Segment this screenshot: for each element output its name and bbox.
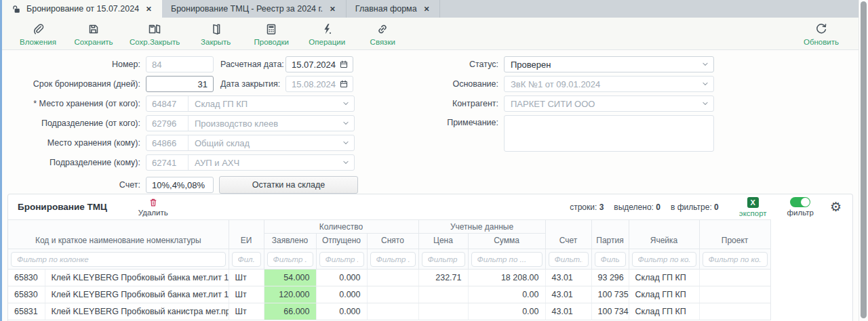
column-header-project[interactable]: Проект [699, 220, 770, 249]
storage-to-select[interactable]: 64866 Общий склад [146, 135, 355, 151]
cell-project[interactable] [699, 286, 770, 303]
filter-input-unit[interactable] [232, 252, 261, 267]
filter-input-cell[interactable] [632, 252, 696, 267]
cell-batch[interactable]: 93 296 [591, 270, 629, 286]
cell-name[interactable]: Клей KLEYBERG Пробковый банка мет.лит 1л… [45, 270, 229, 286]
filter-input-project[interactable] [703, 252, 768, 267]
cell-released[interactable]: 0.000 [316, 270, 367, 286]
calendar-icon[interactable] [339, 60, 349, 69]
cell-price[interactable] [418, 286, 468, 303]
cell-account[interactable]: 43.01 [545, 286, 591, 303]
gear-icon[interactable]: ⚙ [830, 200, 842, 213]
filter-input-requested[interactable] [267, 252, 313, 267]
filter-input-item[interactable] [11, 252, 226, 267]
cell-code[interactable]: 65831 [8, 303, 45, 320]
note-field[interactable] [504, 115, 714, 152]
cell-sum[interactable]: 0.00 [468, 303, 545, 320]
column-header-released[interactable]: Отпущено [316, 234, 367, 249]
cell-cell[interactable]: Склад ГП КП [629, 286, 699, 303]
export-excel-button[interactable]: X экспорт [739, 197, 767, 217]
cell-requested[interactable]: 66.000 [264, 303, 316, 320]
cell-unit[interactable]: Шт [229, 303, 264, 320]
cell-name[interactable]: Клей KLEYBERG Пробковый банка мет.лит 1л… [45, 286, 229, 303]
filter-input-released[interactable] [319, 252, 364, 267]
column-header-requested[interactable]: Заявлено [264, 234, 316, 249]
division-from-select[interactable]: 62796 Производство клеев [146, 115, 355, 131]
operations-button[interactable]: Операции [307, 22, 347, 46]
links-button[interactable]: Связки [363, 22, 402, 46]
storage-from-select[interactable]: 64847 Склад ГП КП [146, 95, 355, 112]
cell-removed[interactable] [367, 286, 418, 303]
number-field[interactable] [146, 56, 214, 72]
cell-project[interactable] [699, 303, 770, 320]
scrollbar-thumb[interactable] [861, 1, 867, 318]
cell-cell[interactable]: Склад ГП КП [629, 303, 699, 320]
tab-registry[interactable]: Бронирование ТМЦ - Реестр за 2024 г. ✕ [162, 0, 347, 18]
status-select[interactable]: Проверен [504, 56, 714, 72]
cell-requested[interactable]: 120.000 [264, 286, 316, 303]
close-icon[interactable]: ✕ [422, 4, 431, 14]
filter-toggle[interactable]: фильтр [787, 197, 814, 217]
chevron-down-icon [701, 60, 710, 69]
basis-select[interactable]: ЗвК №1 от 09.01.2024 [504, 76, 714, 92]
save-close-button[interactable]: Сохр.Закрыть [130, 22, 180, 46]
table-row[interactable]: 65831 Клей KLEYBERG Пробковый канистра м… [8, 303, 770, 320]
close-icon[interactable]: ✕ [328, 4, 337, 14]
cell-account[interactable]: 43.01 [545, 270, 591, 286]
cell-batch[interactable]: 100 734 [591, 303, 629, 320]
cell-released[interactable]: 0.000 [316, 286, 367, 303]
cell-released[interactable]: 0.000 [316, 303, 367, 320]
save-button[interactable]: Сохранить [74, 22, 113, 46]
stock-balance-button[interactable]: Остатки на складе [219, 176, 358, 194]
close-icon[interactable]: ✕ [144, 4, 153, 14]
cell-project[interactable] [699, 270, 770, 286]
column-header-sum[interactable]: Сумма [468, 234, 545, 249]
close-date-field[interactable]: 15.08.2024 [285, 76, 353, 92]
filter-input-price[interactable] [422, 252, 465, 267]
division-to-select[interactable]: 62741 АУП и АХЧ [146, 154, 355, 171]
column-header-price[interactable]: Цена [418, 234, 468, 249]
cell-account[interactable]: 43.01 [545, 303, 591, 320]
cell-price[interactable]: 232.71 [418, 270, 468, 286]
attachments-button[interactable]: Вложения [18, 22, 58, 46]
filter-input-removed[interactable] [370, 252, 416, 267]
filter-input-batch[interactable] [595, 252, 626, 267]
cell-price[interactable] [418, 303, 468, 320]
cell-requested[interactable]: 54.000 [264, 270, 316, 286]
cell-removed[interactable] [367, 303, 418, 320]
close-button[interactable]: Закрыть [196, 22, 235, 46]
cell-code[interactable]: 65830 [8, 270, 45, 286]
cell-unit[interactable]: Шт [229, 286, 264, 303]
cell-sum[interactable]: 18 208.00 [468, 270, 545, 286]
column-header-unit[interactable]: ЕИ [229, 220, 264, 249]
column-header-item[interactable]: Код и краткое наименование номенклатуры [8, 220, 229, 249]
table-row[interactable]: 65830 Клей KLEYBERG Пробковый банка мет.… [8, 270, 770, 286]
tab-main-form[interactable]: Главная форма ✕ [347, 0, 441, 18]
cell-code[interactable]: 65830 [8, 286, 45, 303]
calendar-icon[interactable] [339, 79, 349, 89]
cell-cell[interactable]: Склад ГП КП [629, 270, 699, 286]
cell-removed[interactable] [367, 270, 418, 286]
cell-sum[interactable]: 0.00 [468, 286, 545, 303]
column-header-cell[interactable]: Ячейка [629, 220, 699, 249]
column-header-removed[interactable]: Снято [367, 234, 418, 249]
column-header-batch[interactable]: Партия [591, 220, 629, 249]
delete-row-button[interactable]: Удалить [138, 197, 168, 217]
table-row[interactable]: 65830 Клей KLEYBERG Пробковый банка мет.… [8, 286, 770, 303]
calc-date-field[interactable]: 15.07.2024 [285, 56, 353, 72]
cell-unit[interactable]: Шт [229, 270, 264, 286]
toggle-switch[interactable] [790, 197, 810, 207]
cell-name[interactable]: Клей KLEYBERG Пробковый канистра мет.пря… [45, 303, 229, 320]
account-field[interactable] [146, 177, 214, 193]
tab-document[interactable]: Бронирование от 15.07.2024 ✕ [2, 0, 162, 18]
days-field[interactable] [146, 76, 214, 92]
refresh-button[interactable]: Обновить [802, 22, 841, 46]
filter-input-account[interactable] [549, 252, 589, 267]
cell-batch[interactable]: 100 735 [591, 286, 629, 303]
division-from-value: Производство клеев [189, 119, 341, 129]
contractor-select[interactable]: ПАРКЕТ СИТИ ООО [504, 95, 714, 112]
postings-button[interactable]: Проводки [252, 22, 291, 46]
column-header-account[interactable]: Счет [545, 220, 591, 249]
filter-input-sum[interactable] [471, 252, 542, 267]
vertical-scrollbar[interactable] [859, 0, 868, 321]
